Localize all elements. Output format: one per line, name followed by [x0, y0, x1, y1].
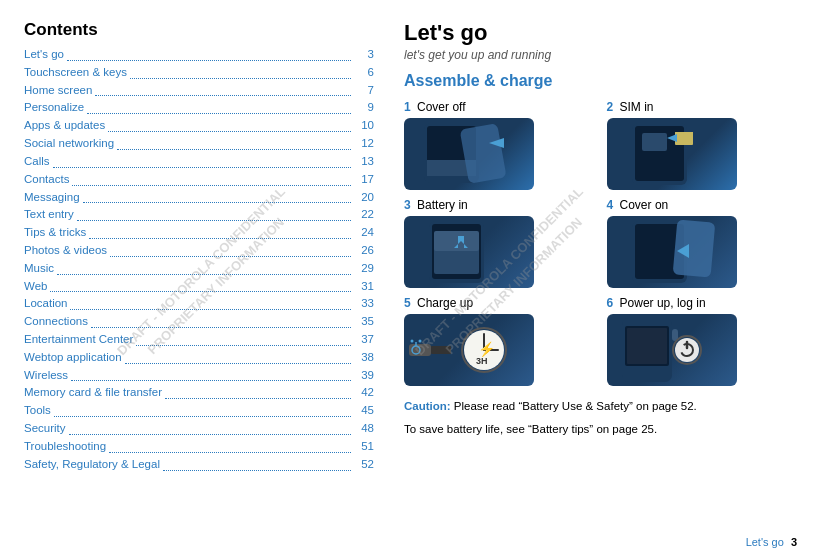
toc-num: 10: [354, 117, 374, 135]
step-5-label: 5 Charge up: [404, 296, 591, 310]
toc-dots: [83, 202, 351, 203]
step-1-svg: [404, 118, 534, 190]
toc-dots: [163, 470, 351, 471]
toc-num: 3: [354, 46, 374, 64]
section-title: Assemble & charge: [404, 72, 793, 90]
toc-item: Music29: [24, 260, 374, 278]
toc-item: Text entry22: [24, 206, 374, 224]
step-4-num: 4: [607, 198, 614, 212]
step-4-image: [607, 216, 737, 288]
toc-dots: [57, 274, 351, 275]
toc-label: Photos & videos: [24, 242, 107, 260]
toc-label: Webtop application: [24, 349, 122, 367]
toc-dots: [108, 131, 351, 132]
step-5: 5 Charge up: [404, 296, 591, 386]
step-2-text: SIM in: [620, 100, 654, 114]
toc-label: Security: [24, 420, 66, 438]
step-5-text: Charge up: [417, 296, 473, 310]
toc-label: Tools: [24, 402, 51, 420]
toc-item: Location33: [24, 295, 374, 313]
toc-label: Text entry: [24, 206, 74, 224]
step-1-num: 1: [404, 100, 411, 114]
toc-dots: [70, 309, 351, 310]
step-2-label: 2 SIM in: [607, 100, 794, 114]
svg-rect-21: [431, 346, 451, 354]
svg-text:3H: 3H: [476, 356, 488, 366]
toc-dots: [95, 95, 351, 96]
lets-go-title: Let's go: [404, 20, 793, 46]
toc-num: 13: [354, 153, 374, 171]
toc-label: Home screen: [24, 82, 92, 100]
step-1-text: Cover off: [417, 100, 465, 114]
contents-title: Contents: [24, 20, 374, 40]
toc-dots: [72, 185, 351, 186]
toc-label: Apps & updates: [24, 117, 105, 135]
toc-num: 39: [354, 367, 374, 385]
step-4-label: 4 Cover on: [607, 198, 794, 212]
toc-dots: [54, 416, 351, 417]
right-column: Let's go let's get you up and running As…: [394, 20, 793, 538]
step-3-text: Battery in: [417, 198, 468, 212]
toc-item: Contacts17: [24, 171, 374, 189]
step-1-label: 1 Cover off: [404, 100, 591, 114]
toc-label: Entertainment Center: [24, 331, 133, 349]
lets-go-subtitle: let's get you up and running: [404, 48, 793, 62]
toc-dots: [130, 78, 351, 79]
step-1: 1 Cover off: [404, 100, 591, 190]
toc-label: Social networking: [24, 135, 114, 153]
tip-text: To save battery life, see “Battery tips”…: [404, 421, 793, 438]
toc-num: 9: [354, 99, 374, 117]
step-1-image: [404, 118, 534, 190]
step-6-num: 6: [607, 296, 614, 310]
toc-item: Personalize9: [24, 99, 374, 117]
toc-label: Tips & tricks: [24, 224, 86, 242]
toc-dots: [89, 238, 351, 239]
step-3-num: 3: [404, 198, 411, 212]
toc-label: Web: [24, 278, 47, 296]
toc-label: Location: [24, 295, 67, 313]
toc-num: 51: [354, 438, 374, 456]
toc-num: 12: [354, 135, 374, 153]
toc-label: Wireless: [24, 367, 68, 385]
svg-point-24: [411, 340, 414, 343]
step-3: 3 Battery in: [404, 198, 591, 288]
toc-num: 37: [354, 331, 374, 349]
toc-item: Messaging20: [24, 189, 374, 207]
toc-num: 52: [354, 456, 374, 474]
toc-item: Wireless39: [24, 367, 374, 385]
footer-label: Let's go: [746, 536, 784, 548]
toc-item: Calls13: [24, 153, 374, 171]
svg-rect-34: [627, 328, 667, 364]
toc-item: Touchscreen & keys6: [24, 64, 374, 82]
toc-dots: [91, 327, 351, 328]
toc-item: Tips & tricks24: [24, 224, 374, 242]
toc-dots: [67, 60, 351, 61]
toc-item: Webtop application38: [24, 349, 374, 367]
step-6-label: 6 Power up, log in: [607, 296, 794, 310]
footer-page: 3: [791, 536, 797, 548]
step-2-num: 2: [607, 100, 614, 114]
toc-dots: [109, 452, 351, 453]
toc-dots: [136, 345, 351, 346]
toc-num: 6: [354, 64, 374, 82]
toc-dots: [53, 167, 351, 168]
toc-num: 42: [354, 384, 374, 402]
svg-point-25: [419, 340, 422, 343]
toc-label: Safety, Regulatory & Legal: [24, 456, 160, 474]
toc-label: Connections: [24, 313, 88, 331]
toc-dots: [50, 291, 351, 292]
step-3-image: [404, 216, 534, 288]
step-2: 2 SIM in: [607, 100, 794, 190]
step-2-image: [607, 118, 737, 190]
step-3-svg: [404, 216, 534, 288]
svg-rect-18: [672, 219, 715, 277]
toc-label: Messaging: [24, 189, 80, 207]
toc-num: 31: [354, 278, 374, 296]
toc-num: 17: [354, 171, 374, 189]
footer: Let's go 3: [746, 536, 797, 548]
step-3-label: 3 Battery in: [404, 198, 591, 212]
left-column: Contents Let's go3Touchscreen & keys6Hom…: [24, 20, 394, 538]
toc-num: 29: [354, 260, 374, 278]
toc-num: 38: [354, 349, 374, 367]
caution-text: Caution: Please read “Battery Use & Safe…: [404, 398, 793, 415]
